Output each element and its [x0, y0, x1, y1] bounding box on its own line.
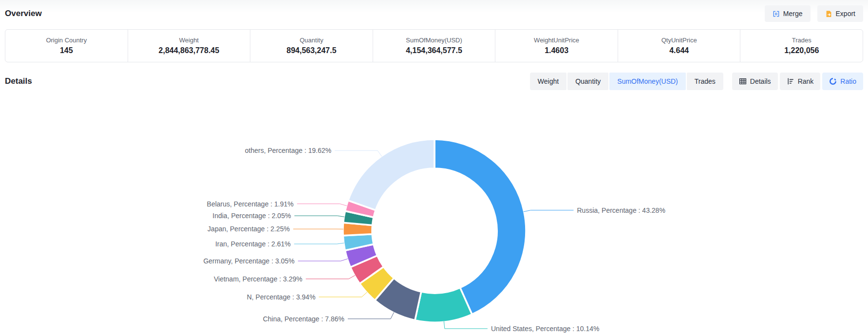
export-button-label: Export [836, 10, 855, 18]
pie-label-iran: Iran, Percentage : 2.61% [215, 240, 291, 248]
stat-weightunitprice: WeightUnitPrice1.4603 [495, 30, 618, 62]
tab-trades[interactable]: Trades [687, 73, 723, 90]
label-line-iran [294, 243, 344, 244]
tab-quantity[interactable]: Quantity [567, 73, 608, 90]
stat-value: 1,220,056 [784, 46, 819, 55]
rank-icon [787, 77, 794, 85]
stat-weight: Weight2,844,863,778.45 [128, 30, 250, 62]
merge-icon [773, 10, 780, 18]
tab-weight[interactable]: Weight [530, 73, 566, 90]
stat-value: 894,563,247.5 [286, 46, 336, 55]
stat-qtyunitprice: QtyUnitPrice4.644 [618, 30, 740, 62]
details-controls: WeightQuantitySumOfMoney(USD)Trades Deta… [530, 73, 863, 90]
stat-label: Weight [179, 37, 199, 44]
view-button-label: Rank [798, 77, 814, 85]
tab-sumofmoney-usd[interactable]: SumOfMoney(USD) [609, 73, 685, 90]
rank-view-button[interactable]: Rank [780, 73, 821, 90]
stat-value: 2,844,863,778.45 [159, 46, 220, 55]
pie-label-belarus: Belarus, Percentage : 1.91% [207, 200, 294, 208]
donut-slice-others[interactable] [348, 139, 434, 210]
stat-value: 4.644 [669, 46, 689, 55]
page-header: Overview Merge Export [5, 4, 863, 23]
header-actions: Merge Export [765, 5, 863, 22]
pie-label-russia: Russia, Percentage : 43.28% [577, 206, 665, 214]
pie-label-others: others, Percentage : 19.62% [245, 147, 331, 154]
details-view-button[interactable]: Details [732, 73, 778, 90]
pie-label-n: N, Percentage : 3.94% [247, 293, 316, 301]
pie-label-china: China, Percentage : 7.86% [263, 315, 344, 323]
export-icon [825, 10, 832, 18]
ratio-donut-chart: Russia, Percentage : 43.28%United States… [0, 97, 868, 335]
label-line-others [335, 150, 382, 156]
table-icon [739, 77, 747, 85]
stat-label: Trades [792, 37, 811, 44]
label-line-germany [298, 259, 348, 261]
label-line-vietnam [306, 276, 355, 279]
pie-label-india: India, Percentage : 2.05% [212, 212, 291, 220]
label-line-n [319, 292, 367, 297]
view-button-label: Ratio [840, 77, 856, 85]
pie-label-germany: Germany, Percentage : 3.05% [203, 257, 294, 265]
pie-label-united-states: United States, Percentage : 10.14% [491, 325, 600, 333]
stat-label: Quantity [300, 37, 323, 44]
view-button-group: DetailsRankRatio [732, 73, 863, 90]
stat-value: 1.4603 [545, 46, 568, 55]
stat-origin-country: Origin Country145 [5, 30, 128, 62]
stat-quantity: Quantity894,563,247.5 [250, 30, 373, 62]
stat-label: WeightUnitPrice [534, 37, 579, 44]
label-line-russia [524, 210, 574, 212]
label-line-china [348, 312, 394, 318]
pie-label-japan: Japan, Percentage : 2.25% [208, 225, 290, 233]
label-line-united-states [444, 321, 488, 329]
pie-label-vietnam: Vietnam, Percentage : 3.29% [214, 275, 302, 283]
stat-value: 4,154,364,577.5 [406, 46, 462, 55]
stat-label: Origin Country [46, 37, 87, 44]
overview-stats: Origin Country145Weight2,844,863,778.45Q… [5, 29, 863, 62]
label-line-belarus [297, 204, 347, 206]
ratio-view-button[interactable]: Ratio [822, 73, 863, 90]
page-title: Overview [5, 9, 42, 19]
label-line-india [294, 216, 344, 217]
stat-sumofmoney-usd: SumOfMoney(USD)4,154,364,577.5 [373, 30, 495, 62]
stat-label: SumOfMoney(USD) [406, 37, 462, 44]
ratio-chart-area: Russia, Percentage : 43.28%United States… [0, 97, 868, 335]
view-button-label: Details [750, 77, 771, 85]
metric-tab-group: WeightQuantitySumOfMoney(USD)Trades [530, 73, 723, 90]
ratio-icon [829, 77, 837, 85]
stat-label: QtyUnitPrice [661, 37, 697, 44]
details-title: Details [5, 76, 32, 86]
details-row: Details WeightQuantitySumOfMoney(USD)Tra… [5, 72, 863, 91]
merge-button[interactable]: Merge [765, 5, 811, 22]
stat-trades: Trades1,220,056 [740, 30, 863, 62]
stat-value: 145 [60, 46, 73, 55]
donut-slice-russia[interactable] [434, 139, 526, 315]
merge-button-label: Merge [783, 10, 803, 18]
export-button[interactable]: Export [817, 5, 863, 22]
